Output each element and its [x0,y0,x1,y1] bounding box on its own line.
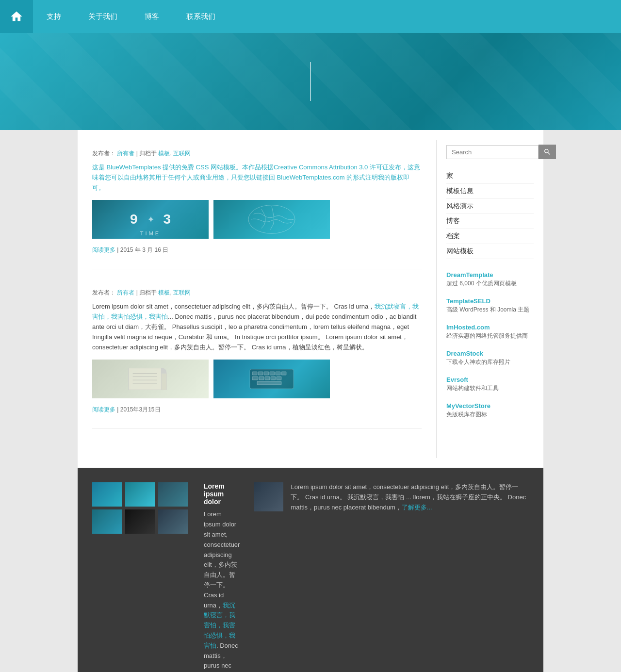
evrsoft-desc: 网站构建软件和工具 [446,384,534,393]
dreamstock-link[interactable]: DreamStock [446,350,534,357]
article-2-category-label: 归档于 [139,289,157,296]
article-1-image-map [213,200,330,239]
footer-thumb-1[interactable] [92,482,122,507]
article-2-cat-internet[interactable]: 互联网 [173,289,191,296]
svg-rect-17 [271,377,276,380]
main-wrapper: 发布者： 所有者 | 归档于 模板, 互联网 这是 BlueWebTemplat… [78,130,543,672]
article-2-inline-link[interactable]: 我沉默寝言，我害怕，我害怕恐惧，我害怕 [92,303,419,320]
article-2-cat-template[interactable]: 模板 [158,289,170,296]
article-1-image-clock: 9 ✦ 3 [92,200,209,239]
nav-links: 支持 关于我们 博客 联系我们 [33,0,229,33]
sidebar-link-myvectorstore: MyVectorStore 免版税库存图标 [446,402,534,419]
footer-thumb-5[interactable] [125,509,155,534]
sidebar-link-imhosted: ImHosted.com 经济实惠的网络托管服务提供商 [446,324,534,340]
imhosted-link[interactable]: ImHosted.com [446,324,534,331]
footer-area: Lorem ipsum dolor Lorem ipsum dolor sit … [78,468,543,672]
dreamtemplate-desc: 超过 6,000 个优质网页模板 [446,279,534,288]
article-1-images: 9 ✦ 3 [92,200,422,239]
article-2-images [92,360,422,398]
sidebar-link-templatesold: TemplateSELD 高级 WordPress 和 Joomla 主题 [446,297,534,314]
footer-thumb-4[interactable] [92,509,122,534]
hero-divider [310,62,311,101]
world-map-svg [219,204,324,235]
sidebar-nav-archive[interactable]: 档案 [446,229,534,244]
nav-link-support[interactable]: 支持 [33,0,75,33]
sidebar-links-section: DreamTemplate 超过 6,000 个优质网页模板 TemplateS… [446,271,534,419]
article-1-title-link[interactable]: 这是 BlueWebTemplates 提供的免费 CSS 网站模板。本作品根据… [92,164,420,191]
search-button[interactable] [539,145,556,159]
article-1-read-more[interactable]: 阅读更多 [92,246,115,253]
myvectorstore-link[interactable]: MyVectorStore [446,402,534,410]
footer-profile-more-link[interactable]: 了解更多... [402,504,432,511]
sidebar-link-dreamtemplate: DreamTemplate 超过 6,000 个优质网页模板 [446,271,534,288]
search-icon [543,148,551,156]
footer-lorem-block: Lorem ipsum dolor Lorem ipsum dolor sit … [204,482,240,672]
nav-home-button[interactable] [0,0,33,33]
footer-avatar-text: Lorem ipsum dolor sit amet，consectetuer … [291,482,529,512]
article-1-meta: 发布者： 所有者 | 归档于 模板, 互联网 [92,149,422,158]
evrsoft-link[interactable]: Evrsoft [446,376,534,383]
article-1-cat-internet[interactable]: 互联网 [173,150,191,157]
myvectorstore-desc: 免版税库存图标 [446,410,534,419]
svg-rect-9 [258,372,263,375]
svg-rect-1 [129,368,161,390]
article-1-footer: 阅读更多 | 2015 年 3 月 16 日 [92,246,422,254]
article-2-footer: 阅读更多 | 2015年3月15日 [92,406,422,414]
home-icon [10,10,23,23]
article-1-cat-template[interactable]: 模板 [158,150,170,157]
sidebar-nav-template-info[interactable]: 模板信息 [446,184,534,199]
article-1-date: 2015 年 3 月 16 日 [120,246,168,253]
article-1-author-link[interactable]: 所有者 [117,150,134,157]
sidebar-nav-blog[interactable]: 博客 [446,214,534,229]
content-area: 发布者： 所有者 | 归档于 模板, 互联网 这是 BlueWebTemplat… [78,130,543,468]
article-1-category-label: 归档于 [139,150,157,157]
sidebar-nav-website-template[interactable]: 网站模板 [446,244,534,259]
nav-bar: 支持 关于我们 博客 联系我们 [0,0,621,33]
imhosted-desc: 经济实惠的网络托管服务提供商 [446,332,534,340]
sidebar-link-evrsoft: Evrsoft 网站构建软件和工具 [446,376,534,393]
search-box [446,145,534,159]
search-input[interactable] [446,145,539,159]
article-2-author-link[interactable]: 所有者 [117,289,134,296]
svg-rect-11 [270,372,275,375]
nav-link-contact[interactable]: 联系我们 [173,0,229,33]
article-1-published-label: 发布者： [92,150,115,157]
svg-rect-19 [257,381,281,385]
article-2-image-keyboard [213,360,330,398]
article-2-date: 2015年3月15日 [120,406,161,413]
footer-profile-block: Lorem ipsum dolor sit amet，consectetuer … [254,482,529,512]
nav-link-blog[interactable]: 博客 [131,0,173,33]
keyboard-svg [222,364,321,393]
footer-avatar-image [254,482,283,511]
article-2-meta: 发布者： 所有者 | 归档于 模板, 互联网 [92,289,422,297]
article-1-body: 这是 BlueWebTemplates 提供的免费 CSS 网站模板。本作品根据… [92,163,422,193]
article-2: 发布者： 所有者 | 归档于 模板, 互联网 Lorem ipsum dolor… [92,289,422,429]
sidebar-navigation: 家 模板信息 风格演示 博客 档案 网站模板 [446,169,534,259]
templatesold-desc: 高级 WordPress 和 Joomla 主题 [446,306,534,314]
footer-lorem-body: Lorem ipsum dolor sit amet, consectetuer… [204,509,240,672]
footer-lorem-title: Lorem ipsum dolor [204,482,240,506]
svg-rect-15 [259,377,264,380]
footer-thumb-2[interactable] [125,482,155,507]
svg-rect-10 [264,372,269,375]
sidebar-nav-style-demo[interactable]: 风格演示 [446,199,534,214]
sidebar-nav-home[interactable]: 家 [446,169,534,184]
main-content: 发布者： 所有者 | 归档于 模板, 互联网 这是 BlueWebTemplat… [78,140,437,458]
hero-banner [0,33,621,130]
footer-thumb-3[interactable] [158,482,188,507]
svg-rect-14 [252,377,258,380]
sidebar-link-dreamstock: DreamStock 下载令人神欢的库存照片 [446,350,534,366]
footer-thumb-6[interactable] [158,509,188,534]
article-2-published-label: 发布者： [92,289,115,296]
dreamtemplate-link[interactable]: DreamTemplate [446,271,534,279]
templatesold-link[interactable]: TemplateSELD [446,297,534,305]
footer-thumbnails-grid [92,482,189,534]
nav-link-about[interactable]: 关于我们 [75,0,131,33]
svg-rect-13 [281,372,286,375]
svg-rect-18 [277,377,281,380]
article-2-read-more[interactable]: 阅读更多 [92,406,115,413]
svg-rect-12 [276,372,280,375]
article-2-image-paper [92,360,209,398]
svg-rect-16 [265,377,270,380]
dreamstock-desc: 下载令人神欢的库存照片 [446,358,534,366]
